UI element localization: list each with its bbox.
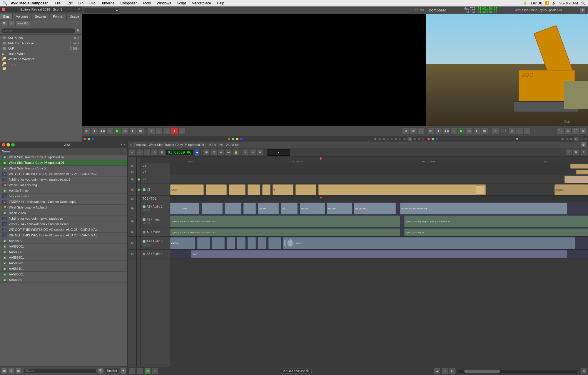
aaf-list-item[interactable]: ♪WE GOT THIS WESTSIDE VO session AUG 28 … bbox=[0, 233, 127, 238]
a1-clip-5[interactable]: WE WE bbox=[258, 203, 279, 214]
clip-v3[interactable] bbox=[576, 170, 588, 174]
tl-zoom-out[interactable]: − bbox=[129, 368, 136, 374]
aaf-list-item[interactable]: ♪fighting-for-you-quinn-erwin-musicbed bbox=[0, 216, 127, 221]
tl-splice-in[interactable]: ↙ bbox=[129, 149, 136, 156]
source-monitor-btn8[interactable]: ⊟ bbox=[387, 137, 389, 140]
track-enable-a4[interactable] bbox=[143, 240, 146, 243]
a4-clip-3[interactable] bbox=[212, 237, 225, 249]
source-monitor-btn9[interactable]: ◎ bbox=[391, 137, 393, 140]
tl-lift[interactable]: ↑ bbox=[144, 149, 150, 156]
bins-close-button[interactable] bbox=[2, 8, 5, 11]
aaf-list-item[interactable]: ♪WE GOT THIS WESTSIDE VO session AUG 28 … bbox=[0, 171, 127, 177]
composer-play[interactable]: ▶ bbox=[458, 127, 465, 134]
a4-monitor-btn[interactable] bbox=[143, 243, 146, 246]
track-enable-v1[interactable] bbox=[143, 188, 146, 191]
comp-btn6[interactable]: ⊠ bbox=[570, 137, 572, 140]
a1-clip-4[interactable] bbox=[243, 203, 256, 214]
source-zoom-button[interactable]: ⊞ bbox=[410, 127, 417, 134]
comp-btn4[interactable]: ▣ bbox=[561, 137, 564, 140]
tl-view-mode2[interactable]: ⊞ bbox=[573, 149, 579, 156]
tl-menu[interactable]: T bbox=[580, 149, 587, 156]
a4-clip-2[interactable] bbox=[197, 237, 210, 249]
aaf-list-item[interactable]: ♪WE GOT THIS WESTSIDE VO session AUG 28 … bbox=[0, 227, 127, 233]
aaf-list-item[interactable]: ♪fighting-for-you-quinn-erwin-musicbed.m… bbox=[0, 177, 127, 182]
composer-loop[interactable]: ↻ bbox=[492, 127, 499, 134]
te-a1[interactable] bbox=[137, 202, 141, 215]
timeline-ruler[interactable]: 55:00 01:00:55:00 01:01:55:00 01: bbox=[170, 157, 588, 163]
mark-in-button[interactable]: ⌐ bbox=[156, 127, 163, 134]
tl-extract[interactable]: ↗ bbox=[151, 149, 158, 156]
a2-monitor-btn[interactable] bbox=[143, 222, 146, 225]
track-label-a4[interactable]: A4 / Audio 3 bbox=[141, 237, 170, 250]
te-a2[interactable] bbox=[137, 215, 141, 228]
composer-progress-handle[interactable] bbox=[516, 138, 518, 140]
tc-btn-v2[interactable]: ⊠ bbox=[128, 175, 136, 184]
a1-clip-9[interactable]: WE WE WE bbox=[354, 203, 396, 214]
aaf-list-item[interactable]: ▣AA586301 bbox=[0, 255, 127, 260]
a1-clip-3[interactable] bbox=[225, 203, 241, 214]
tab-settings[interactable]: Settings bbox=[32, 13, 50, 19]
bins-icon-view-button[interactable]: ☰ bbox=[1, 20, 7, 26]
composer-go-end[interactable]: ⏭ bbox=[481, 127, 488, 134]
aaf-list-item[interactable]: ♪ZD595614 - chriskalhoon - Custom Demo bbox=[0, 221, 127, 227]
aaf-minimize-button[interactable] bbox=[6, 143, 10, 147]
bin-item-aaf[interactable]: AAF 3,561K bbox=[0, 46, 82, 51]
tl-find-bin[interactable]: ⊕ bbox=[257, 149, 263, 156]
source-btn3[interactable] bbox=[236, 138, 238, 140]
a1-clip-8[interactable]: WE GOT bbox=[327, 203, 352, 214]
fast-fwd-button[interactable]: ▷▷ bbox=[122, 127, 129, 134]
menu-script[interactable]: Script bbox=[175, 0, 188, 6]
tc-btn-a4[interactable]: ⊠ bbox=[128, 237, 136, 250]
a1-monitor-btn[interactable] bbox=[143, 209, 146, 212]
v1-clip-4[interactable] bbox=[248, 184, 260, 195]
v1-clip-6[interactable]: 2 bbox=[273, 184, 293, 195]
te-v2[interactable] bbox=[137, 175, 141, 184]
tc-btn-a3[interactable]: ⊠ bbox=[128, 228, 136, 237]
track-label-a5[interactable]: A5 / Audio 4 bbox=[141, 250, 170, 258]
bin-search-btn[interactable]: 🔍 bbox=[98, 368, 104, 374]
step-fwd-button[interactable]: ⏵ bbox=[129, 127, 136, 134]
v1-clip-7[interactable] bbox=[295, 184, 316, 195]
tl-slide-mode[interactable]: ⇌ bbox=[225, 149, 232, 156]
composer-fast-fwd[interactable]: ▷▷ bbox=[466, 127, 473, 134]
tl-trim-mode[interactable]: ⊠ bbox=[203, 149, 210, 156]
track-label-v3[interactable]: V3 bbox=[141, 169, 170, 175]
aaf-list-view[interactable]: ≡ bbox=[8, 368, 14, 374]
app-name[interactable]: Avid Media Composer bbox=[11, 1, 48, 5]
a4-clip-6[interactable] bbox=[248, 237, 256, 249]
tl-prev-btn[interactable]: ◀ bbox=[434, 368, 440, 374]
tl-overwrite[interactable]: ↓ bbox=[136, 149, 143, 156]
te-a4[interactable] bbox=[137, 237, 141, 250]
track-enable-a1[interactable] bbox=[143, 205, 146, 208]
menu-tools[interactable]: Tools bbox=[140, 0, 153, 6]
a2-clip-2[interactable]: fighting-for- fighting-for-you-quinn-erw… bbox=[404, 216, 588, 227]
tl-settings-btn2[interactable]: ⚙ bbox=[580, 368, 587, 374]
composer-step-fwd[interactable]: ⏵ bbox=[473, 127, 480, 134]
track-label-v1[interactable]: V1 bbox=[141, 184, 170, 196]
aaf-maximize-button[interactable] bbox=[11, 143, 15, 147]
menu-timeline[interactable]: Timeline bbox=[99, 0, 117, 6]
a4-clip-8[interactable] bbox=[268, 237, 281, 249]
aaf-list-item[interactable]: ▣Black Video bbox=[0, 210, 127, 216]
tl-slip-mode[interactable]: ⇔ bbox=[218, 149, 224, 156]
composer-step-back[interactable]: ⏴ bbox=[435, 127, 442, 134]
composer-go-start[interactable]: ⏮ bbox=[427, 127, 435, 134]
bin-item-drake-white[interactable]: ▶ 📁 Drake White bbox=[0, 51, 82, 56]
a4-clip-1[interactable]: AA3096 bbox=[170, 237, 195, 249]
loop-button[interactable]: ↻ bbox=[148, 127, 155, 134]
aaf-list-item[interactable]: ▣AA586201 bbox=[0, 260, 127, 266]
tab-format[interactable]: Format bbox=[50, 13, 66, 19]
comp-btn9[interactable]: ⊛ bbox=[584, 137, 587, 140]
tl-zoom-in[interactable]: + bbox=[137, 368, 143, 374]
menu-composer[interactable]: Composer bbox=[118, 0, 139, 6]
a1-clip-7[interactable]: WE GOT bbox=[300, 203, 325, 214]
aaf-list-item[interactable]: ▣Aerials-5 bbox=[0, 238, 127, 244]
aaf-close-button[interactable] bbox=[2, 143, 5, 147]
comp-btn3[interactable] bbox=[436, 138, 438, 140]
comp-btn5[interactable]: ⊞ bbox=[566, 137, 568, 140]
tab-usage[interactable]: Usage bbox=[66, 13, 82, 19]
aaf-list-item[interactable]: ▣AA586601 bbox=[0, 249, 127, 255]
v1-clip-3[interactable] bbox=[229, 184, 245, 195]
bins-search-input[interactable] bbox=[1, 28, 75, 33]
tl-fit-btn[interactable]: ⊞ bbox=[144, 368, 151, 374]
